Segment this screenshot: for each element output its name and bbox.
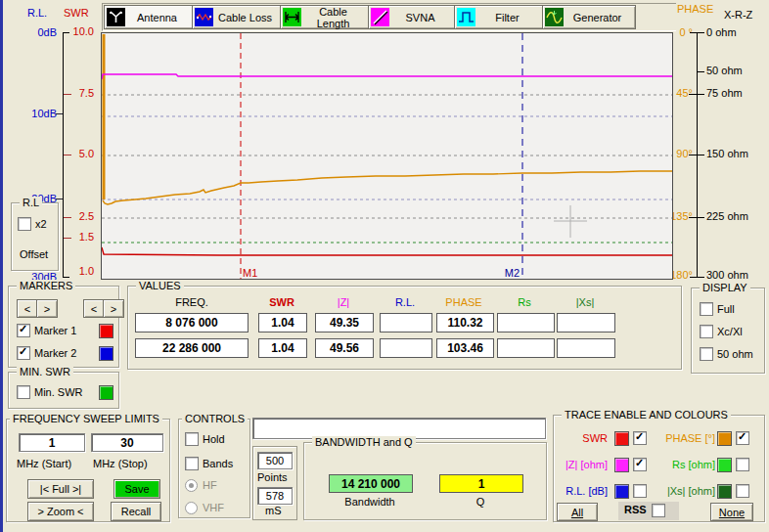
vhf-label: VHF bbox=[203, 502, 224, 513]
bands-checkbox[interactable] bbox=[185, 457, 199, 470]
q-value[interactable]: 1 bbox=[439, 474, 523, 493]
display-group-title: DISPLAY bbox=[700, 282, 750, 293]
trace-rs-swatch[interactable] bbox=[717, 458, 732, 472]
trace-xs-checkbox[interactable] bbox=[736, 484, 749, 498]
swr-2-5-tick bbox=[64, 217, 71, 218]
bandwidth-group-title: BANDWIDTH and Q bbox=[312, 436, 416, 448]
trace-rs-label: Rs [ohm] bbox=[656, 459, 715, 470]
marker1-color-swatch[interactable] bbox=[99, 324, 113, 338]
m2-rs-value bbox=[497, 338, 555, 358]
marker1-prev-button[interactable]: < bbox=[17, 299, 38, 318]
rl-20db-tick bbox=[56, 199, 63, 200]
points-panel: 500 Points 578 mS bbox=[252, 446, 297, 520]
trace-swr-checkbox[interactable] bbox=[633, 431, 647, 445]
ohm-tick-225: 225 ohm bbox=[706, 210, 748, 222]
marker1-next-button[interactable]: > bbox=[36, 299, 58, 318]
m2-z-value: 49.56 bbox=[315, 338, 374, 358]
recall-button[interactable]: Recall bbox=[111, 502, 161, 521]
swr-5-tick bbox=[64, 155, 71, 155]
trace-rs-checkbox[interactable] bbox=[736, 458, 749, 471]
marker2-next-button[interactable]: > bbox=[103, 299, 124, 318]
marker1-checkbox[interactable] bbox=[17, 324, 30, 337]
rss-checkbox[interactable] bbox=[652, 504, 665, 517]
display-xcxl-checkbox[interactable] bbox=[700, 325, 713, 338]
trace-rl-label: R.L. [dB] bbox=[554, 485, 608, 497]
rl-x2-checkbox[interactable] bbox=[18, 217, 31, 231]
trace-z-label: |Z| [ohm] bbox=[554, 459, 608, 470]
trace-phase-checkbox[interactable] bbox=[736, 431, 749, 445]
trace-phase-swatch[interactable] bbox=[717, 431, 732, 446]
filter-icon bbox=[457, 8, 475, 26]
rl-offset-group-title: R.L bbox=[20, 197, 42, 208]
marker2-color-swatch[interactable] bbox=[99, 346, 113, 361]
full-span-button[interactable]: |< Full >| bbox=[27, 479, 94, 499]
generator-button[interactable]: Generator bbox=[542, 5, 636, 29]
hold-checkbox[interactable] bbox=[185, 432, 199, 446]
rl-x2-label: x2 bbox=[35, 218, 47, 230]
phase-135-tick bbox=[689, 217, 704, 218]
antenna-button[interactable]: Antenna bbox=[104, 5, 194, 29]
rl-offset-label[interactable]: Offset bbox=[20, 248, 48, 260]
bandwidth-value[interactable]: 14 210 000 bbox=[329, 474, 413, 493]
cable-loss-button[interactable]: Cable Loss bbox=[192, 5, 282, 29]
min-swr-color-swatch[interactable] bbox=[99, 385, 113, 400]
m1-freq-value: 8 076 000 bbox=[135, 313, 249, 332]
rl-10db-tick bbox=[56, 113, 63, 114]
sweep-start-input[interactable]: 1 bbox=[19, 433, 85, 452]
ms-value[interactable]: 578 bbox=[257, 487, 293, 505]
points-label: Points bbox=[257, 471, 288, 483]
swr-tick-1: 1.0 bbox=[65, 265, 94, 277]
values-header-xs: |Xs| bbox=[576, 296, 595, 308]
sweep-chart[interactable]: M1 M2 bbox=[101, 32, 673, 280]
mode-toolbar: Antenna Cable Loss Cable Length SVNA Fil… bbox=[102, 3, 676, 31]
phase-trace bbox=[103, 171, 672, 204]
generator-icon bbox=[545, 8, 564, 26]
ohm-tick-300: 300 ohm bbox=[706, 269, 748, 281]
swr-tick-2-5: 2.5 bbox=[65, 210, 94, 222]
trace-all-button[interactable]: All bbox=[557, 503, 598, 521]
trace-swr-swatch[interactable] bbox=[614, 431, 629, 446]
trace-none-button[interactable]: None bbox=[710, 503, 753, 521]
marker2-prev-button[interactable]: < bbox=[83, 299, 105, 318]
trace-z-swatch[interactable] bbox=[614, 458, 629, 472]
display-xcxl-label: Xc/Xl bbox=[717, 326, 743, 337]
trace-xs-swatch[interactable] bbox=[717, 484, 732, 499]
filter-button[interactable]: Filter bbox=[454, 5, 544, 29]
cable-loss-icon bbox=[195, 8, 213, 26]
trace-xs-label: |Xs| [ohm] bbox=[650, 485, 715, 497]
svna-button[interactable]: SVNA bbox=[368, 5, 456, 29]
bandwidth-group: BANDWIDTH and Q 14 210 000 Bandwidth 1 Q bbox=[303, 442, 547, 520]
trace-enable-group: TRACE ENABLE AND COLOURS SWR PHASE [°] |… bbox=[553, 415, 765, 522]
display-50ohm-checkbox[interactable] bbox=[700, 347, 713, 361]
rl-tick-10db: 10dB bbox=[25, 108, 57, 119]
hf-radio[interactable] bbox=[185, 479, 198, 492]
ohm-tick-0: 0 ohm bbox=[706, 26, 737, 38]
zoom-span-button[interactable]: > Zoom < bbox=[27, 502, 94, 521]
trace-rl-checkbox[interactable] bbox=[633, 484, 647, 498]
save-button[interactable]: Save bbox=[113, 479, 160, 499]
sweep-stop-input[interactable]: 30 bbox=[91, 433, 163, 452]
vhf-radio[interactable] bbox=[185, 502, 198, 514]
swr-tick-1-5: 1.5 bbox=[65, 231, 94, 243]
right-axis-top-tick bbox=[690, 32, 704, 33]
rl-tick-0db: 0dB bbox=[25, 26, 57, 38]
generator-button-label: Generator bbox=[564, 12, 635, 23]
points-value[interactable]: 500 bbox=[257, 452, 293, 469]
cable-length-button[interactable]: Cable Length bbox=[280, 5, 370, 29]
trace-z-checkbox[interactable] bbox=[633, 458, 647, 471]
bands-label: Bands bbox=[203, 458, 233, 469]
trace-swr-label: SWR bbox=[562, 432, 608, 444]
controls-group-title: CONTROLS bbox=[182, 413, 248, 424]
ohm-tick-150: 150 ohm bbox=[706, 148, 748, 159]
markers-group: MARKERS < > < > Marker 1 Marker 2 bbox=[8, 286, 119, 368]
q-label: Q bbox=[439, 496, 521, 508]
sweep-limits-group-title: FREQUENCY SWEEP LIMITS bbox=[10, 413, 162, 424]
svna-icon bbox=[371, 8, 389, 26]
rss-label: RSS bbox=[624, 504, 647, 515]
min-swr-checkbox[interactable] bbox=[17, 385, 30, 399]
trace-rl-swatch[interactable] bbox=[614, 484, 629, 499]
marker2-checkbox[interactable] bbox=[17, 346, 30, 360]
display-full-checkbox[interactable] bbox=[700, 302, 713, 316]
antenna-icon bbox=[107, 8, 125, 26]
m1-rl-value bbox=[380, 313, 432, 332]
